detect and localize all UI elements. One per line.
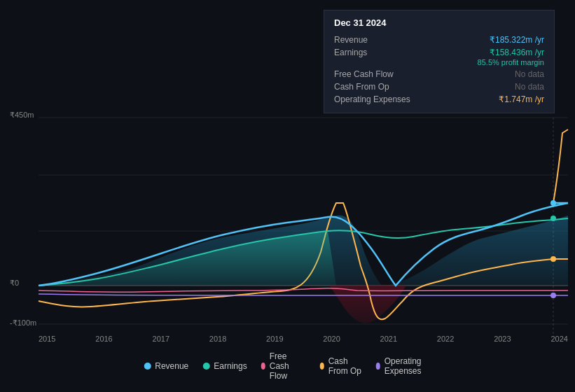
x-label-2023: 2023 [494, 335, 511, 343]
x-label-2018: 2018 [209, 335, 226, 343]
legend-label-opex: Operating Expenses [385, 356, 431, 376]
legend-label-fcf: Free Cash Flow [270, 351, 306, 381]
x-label-2021: 2021 [380, 335, 397, 343]
tooltip-row-opex: Operating Expenses ₹1.747m /yr [334, 93, 544, 106]
y-label-0: ₹0 [10, 279, 19, 288]
tooltip-row-earnings: Earnings ₹158.436m /yr 85.5% profit marg… [334, 46, 544, 68]
svg-point-10 [550, 293, 556, 298]
legend-dot-opex [376, 363, 380, 370]
x-label-2022: 2022 [437, 335, 454, 343]
x-label-2024: 2024 [550, 335, 567, 343]
tooltip-label-revenue: Revenue [334, 35, 425, 45]
tooltip-label-earnings: Earnings [334, 48, 425, 57]
tooltip-row-cashfromop: Cash From Op No data [334, 80, 544, 93]
legend-label-earnings: Earnings [214, 361, 247, 371]
x-label-2016: 2016 [95, 335, 112, 343]
tooltip-row-revenue: Revenue ₹185.322m /yr [334, 34, 544, 46]
legend-dot-earnings [202, 363, 209, 370]
legend-item-opex[interactable]: Operating Expenses [376, 356, 431, 376]
x-label-2017: 2017 [153, 335, 169, 343]
legend-item-revenue[interactable]: Revenue [144, 361, 188, 371]
legend-dot-fcf [261, 363, 265, 370]
y-label-neg100: -₹100m [10, 318, 36, 328]
legend-label-cashfromop: Cash From Op [328, 356, 362, 376]
tooltip-value-opex: ₹1.747m /yr [499, 94, 544, 104]
tooltip-label-opex: Operating Expenses [334, 94, 425, 104]
x-label-2015: 2015 [39, 335, 55, 343]
tooltip-row-fcf: Free Cash Flow No data [334, 68, 544, 80]
legend-dot-cashfromop [320, 363, 324, 370]
tooltip-box: Dec 31 2024 Revenue ₹185.322m /yr Earnin… [324, 10, 555, 113]
x-axis-labels: 2015 2016 2017 2018 2019 2020 2021 2022 … [39, 335, 568, 343]
tooltip-value-revenue: ₹185.322m /yr [490, 35, 544, 45]
x-label-2020: 2020 [323, 335, 340, 343]
tooltip-date: Dec 31 2024 [334, 18, 544, 28]
legend-dot-revenue [144, 363, 151, 370]
legend-item-earnings[interactable]: Earnings [202, 361, 247, 371]
legend-item-fcf[interactable]: Free Cash Flow [261, 351, 306, 381]
legend-label-revenue: Revenue [155, 361, 188, 371]
chart-container: ₹450m ₹0 -₹100m 2015 2016 2017 2018 2019… [0, 0, 575, 392]
tooltip-label-cashfromop: Cash From Op [334, 82, 425, 92]
svg-point-8 [550, 216, 556, 221]
svg-point-7 [550, 200, 556, 206]
tooltip-label-fcf: Free Cash Flow [334, 69, 425, 79]
legend-item-cashfromop[interactable]: Cash From Op [320, 356, 362, 376]
x-label-2019: 2019 [266, 335, 283, 343]
tooltip-profit-margin: 85.5% profit margin [478, 58, 544, 66]
tooltip-value-cashfromop: No data [515, 82, 544, 92]
y-label-450: ₹450m [10, 111, 34, 120]
tooltip-value-fcf: No data [515, 69, 544, 79]
chart-legend: Revenue Earnings Free Cash Flow Cash Fro… [144, 351, 431, 381]
svg-point-9 [550, 256, 556, 262]
tooltip-value-earnings: ₹158.436m /yr [490, 48, 544, 57]
